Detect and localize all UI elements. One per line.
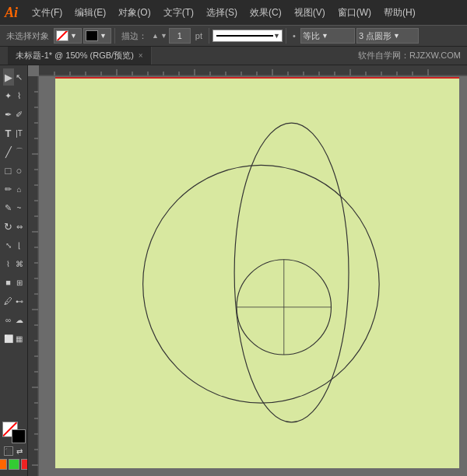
canvas-area [28,65,467,476]
tab-title: 未标题-1* @ 150% (RGB/预览) [16,50,134,61]
tool-row-blend: ∞ ☁ [3,311,25,328]
menu-object[interactable]: 对象(O) [114,3,155,23]
line-tool[interactable]: ╱ [3,143,14,160]
vertical-type-tool[interactable]: |T [14,124,25,142]
tool-row-warp: ⌇ ⌘ [3,255,25,272]
tool-row-pen: ✒ ✐ [3,106,25,123]
type-tool[interactable]: T [3,124,14,142]
tool-row-gradient: ■ ⊞ [3,274,25,291]
properties-toolbar: 未选择对象 ▼ ▼ 描边： ▲ ▼ pt ▼ • 等比 ▼ 3 点圆形 ▼ [0,25,467,47]
rotate-tool[interactable]: ↻ [3,218,14,235]
sep2 [209,28,209,44]
color-swatches: ⬛ ⇄ [0,422,28,473]
stroke-down-arrow[interactable]: ▼ [160,32,167,40]
swatch-green[interactable] [9,459,19,470]
tool-row-brush: ✏ ⌂ [3,180,25,198]
artboard [55,77,459,468]
magic-wand-tool[interactable]: ✦ [3,87,14,104]
app-logo: Ai [5,5,18,21]
tool-row-graph: ⬜ ▦ [3,330,25,347]
stroke-label: 描边： [118,30,150,42]
tool-row-line: ╱ ⌒ [3,143,25,160]
menu-view[interactable]: 视图(V) [290,3,330,23]
tool-row-scale: ⤡ ⌊ [3,236,25,254]
swatch-orange[interactable] [0,459,7,470]
lasso-tool[interactable]: ⌇ [14,87,25,104]
selection-tool[interactable]: ▶ [3,68,14,86]
menu-bar: Ai 文件(F) 编辑(E) 对象(O) 文字(T) 选择(S) 效果(C) 视… [0,0,467,25]
warp-tool[interactable]: ⌇ [3,255,14,272]
mesh-tool[interactable]: ⊞ [14,274,25,291]
menu-window[interactable]: 窗口(W) [333,3,376,23]
artboard-tool[interactable]: ⬜ [3,330,14,347]
tool-row-select: ▶ ↖ [3,68,25,86]
point-shape-dropdown[interactable]: 3 点圆形 ▼ [356,28,419,44]
selection-label: 未选择对象 [3,30,52,42]
width-tool[interactable]: ⌘ [14,255,25,272]
menu-file[interactable]: 文件(F) [27,3,67,23]
tool-row-rotate: ↻ ⇔ [3,218,25,235]
blob-brush-tool[interactable]: ⌂ [14,180,25,198]
tool-row-pencil: ✎ ~ [3,199,25,216]
pencil-tool[interactable]: ✎ [3,199,14,216]
stroke-weight-input[interactable] [169,28,191,44]
menu-effect[interactable]: 效果(C) [245,3,286,23]
reflect-tool[interactable]: ⇔ [14,218,25,235]
menu-edit[interactable]: 编辑(E) [70,3,111,23]
stroke-up-arrow[interactable]: ▲ [152,32,159,40]
drawing-canvas[interactable] [55,77,459,468]
fill-stroke-area [2,422,26,443]
symbol-tool[interactable]: ☁ [14,311,25,328]
sep3 [286,28,286,44]
swatch-icons: ⬛ ⇄ [4,446,24,456]
ratio-dropdown[interactable]: 等比 ▼ [300,28,355,44]
rectangle-tool[interactable]: □ [3,162,14,179]
menu-select[interactable]: 选择(S) [202,3,242,23]
swap-colors-icon[interactable]: ⇄ [15,446,24,456]
svg-point-53 [143,165,380,403]
menu-help[interactable]: 帮助(H) [379,3,420,23]
tab-bar: 未标题-1* @ 150% (RGB/预览) × 软件自学网：RJZXW.COM [0,47,467,65]
pen-tool[interactable]: ✒ [3,106,14,123]
tool-row-type: T |T [3,124,25,142]
direct-selection-tool[interactable]: ↖ [14,68,25,86]
paintbrush-tool[interactable]: ✏ [3,180,14,198]
sep1 [114,28,115,44]
quick-swatches [0,459,28,470]
document-tab[interactable]: 未标题-1* @ 150% (RGB/预览) × [8,47,152,65]
stroke-color-dropdown[interactable]: ▼ [83,28,111,44]
shear-tool[interactable]: ⌊ [14,236,25,254]
tab-close-button[interactable]: × [139,51,143,60]
tool-row-eyedropper: 🖊 ⊷ [3,292,25,310]
add-anchor-tool[interactable]: ✐ [14,106,25,123]
stroke-swatch[interactable] [12,429,26,443]
graph-tool[interactable]: ▦ [14,330,25,347]
scale-tool[interactable]: ⤡ [3,236,14,254]
swatch-red[interactable] [21,459,29,470]
arc-tool[interactable]: ⌒ [14,143,25,160]
main-area: ▶ ↖ ✦ ⌇ ✒ ✐ T |T ╱ ⌒ □ ○ ✏ ⌂ ✎ ~ [0,65,467,476]
left-toolbar: ▶ ↖ ✦ ⌇ ✒ ✐ T |T ╱ ⌒ □ ○ ✏ ⌂ ✎ ~ [0,65,28,476]
stroke-unit-label: pt [192,31,205,40]
ruler-horizontal [39,65,467,76]
default-colors-icon[interactable]: ⬛ [4,446,13,456]
blend-tool[interactable]: ∞ [3,311,14,328]
ruler-vertical [28,76,39,476]
ratio-label: • [290,31,299,40]
smooth-tool[interactable]: ~ [14,199,25,216]
site-info: 软件自学网：RJZXW.COM [358,47,467,65]
measure-tool[interactable]: ⊷ [14,292,25,310]
gradient-tool[interactable]: ■ [3,274,14,291]
tool-row-magic: ✦ ⌇ [3,87,25,104]
eyedropper-tool[interactable]: 🖊 [3,292,14,310]
ellipse-tool[interactable]: ○ [14,162,25,179]
menu-text[interactable]: 文字(T) [159,3,198,23]
fill-color-dropdown[interactable]: ▼ [54,28,82,44]
tool-row-rect: □ ○ [3,162,25,179]
stroke-style-preview[interactable]: ▼ [212,30,283,42]
